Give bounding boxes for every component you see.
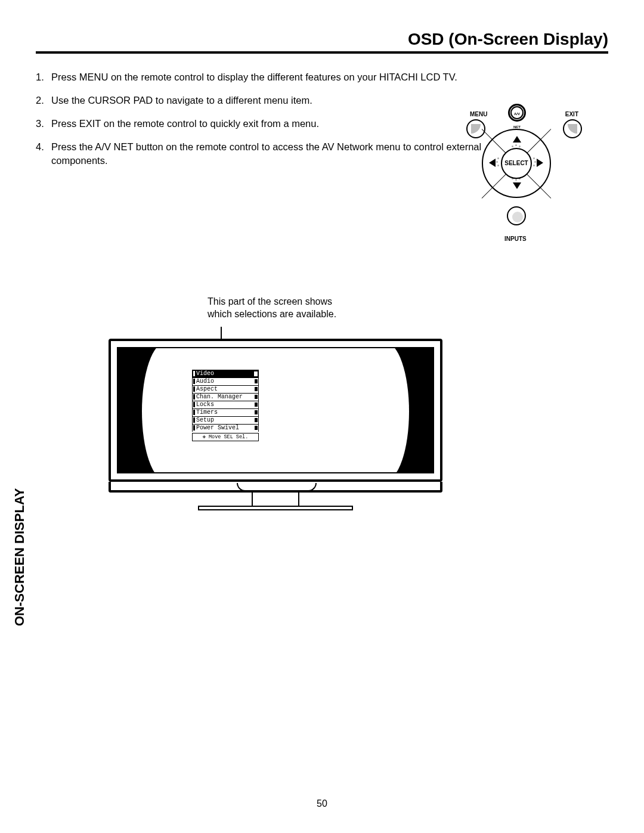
callout-text: which selections are available. xyxy=(208,309,336,319)
tv-screen: Video Audio Aspect Chan. Manager Locks T… xyxy=(117,347,434,473)
instruction-number: 1. xyxy=(36,70,51,84)
dpad-dot xyxy=(519,145,521,147)
dpad-down-icon xyxy=(513,182,521,189)
osd-menu-item-selected: Video xyxy=(192,370,259,377)
select-button: SELECT xyxy=(501,148,532,179)
instruction-number: 3. xyxy=(36,117,51,131)
osd-menu-item: Locks xyxy=(192,401,259,408)
callout-selar: This part of the screen shows which sele… xyxy=(208,296,336,321)
dpad-dot xyxy=(515,144,517,146)
dpad-dot xyxy=(515,179,517,181)
dpad-dot xyxy=(497,157,499,159)
dpad-dot xyxy=(497,165,499,166)
osd-menu-item: Setup xyxy=(192,416,259,424)
dpad-dot xyxy=(533,157,535,159)
tv-chin xyxy=(109,482,442,493)
instruction-number: 4. xyxy=(36,140,51,168)
manual-page: OSD (On-Screen Display) 1. Press MENU on… xyxy=(0,0,644,833)
dpad-dot xyxy=(512,145,513,147)
osd-menu-item: Timers xyxy=(192,408,259,416)
dpad-up-icon xyxy=(513,136,521,143)
remote-diagram: MENU EXIT INPUTS A/V NET SELECT xyxy=(467,111,581,242)
osd-navhint: ✥ Move SEL Sel. xyxy=(192,433,259,441)
osd-menu-item: Aspect xyxy=(192,385,259,393)
callout-text: This part of the screen shows xyxy=(208,296,332,306)
pillarbox-left xyxy=(118,348,166,472)
exit-button xyxy=(563,119,582,138)
instruction-item: 4. Press the A/V NET button on the remot… xyxy=(36,140,501,168)
instruction-number: 2. xyxy=(36,94,51,107)
instruction-item: 3. Press EXIT on the remote control to q… xyxy=(36,117,501,131)
inputs-label: INPUTS xyxy=(504,236,527,242)
instruction-text: Press MENU on the remote control to disp… xyxy=(51,70,501,84)
dpad-dot xyxy=(534,161,536,163)
header-rule xyxy=(36,51,608,54)
page-number: 50 xyxy=(0,798,644,809)
page-title: OSD (On-Screen Display) xyxy=(36,30,608,51)
dpad-dot xyxy=(496,161,498,163)
osd-menu: Video Audio Aspect Chan. Manager Locks T… xyxy=(192,370,259,441)
osd-menu-item: Audio xyxy=(192,377,259,385)
exit-label: EXIT xyxy=(565,111,578,117)
tv-illustration: Video Audio Aspect Chan. Manager Locks T… xyxy=(109,339,442,510)
instruction-item: 2. Use the CURSOR PAD to navigate to a d… xyxy=(36,94,501,107)
osd-menu-item: Chan. Manager xyxy=(192,393,259,401)
instruction-list: 1. Press MENU on the remote control to d… xyxy=(36,70,501,168)
inputs-button xyxy=(507,206,526,225)
menu-label: MENU xyxy=(470,111,487,117)
tv-stand-base xyxy=(198,506,353,510)
instruction-text: Press the A/V NET button on the remote c… xyxy=(51,140,501,168)
osd-menu-item: Power Swivel xyxy=(192,424,259,432)
dpad-right-icon xyxy=(537,159,543,167)
instruction-item: 1. Press MENU on the remote control to d… xyxy=(36,70,501,84)
tv-stand-neck xyxy=(252,493,299,506)
tv-bezel-outer: Video Audio Aspect Chan. Manager Locks T… xyxy=(109,339,442,482)
instruction-text: Press EXIT on the remote control to quic… xyxy=(51,117,501,131)
dpad-dot xyxy=(533,165,535,166)
dpad-left-icon xyxy=(489,159,496,167)
avnet-button: A/V NET xyxy=(510,106,524,119)
section-tab-label: ON-SCREEN DISPLAY xyxy=(12,488,27,626)
pillarbox-right xyxy=(385,348,433,472)
instruction-text: Use the CURSOR PAD to navigate to a diff… xyxy=(51,94,501,107)
